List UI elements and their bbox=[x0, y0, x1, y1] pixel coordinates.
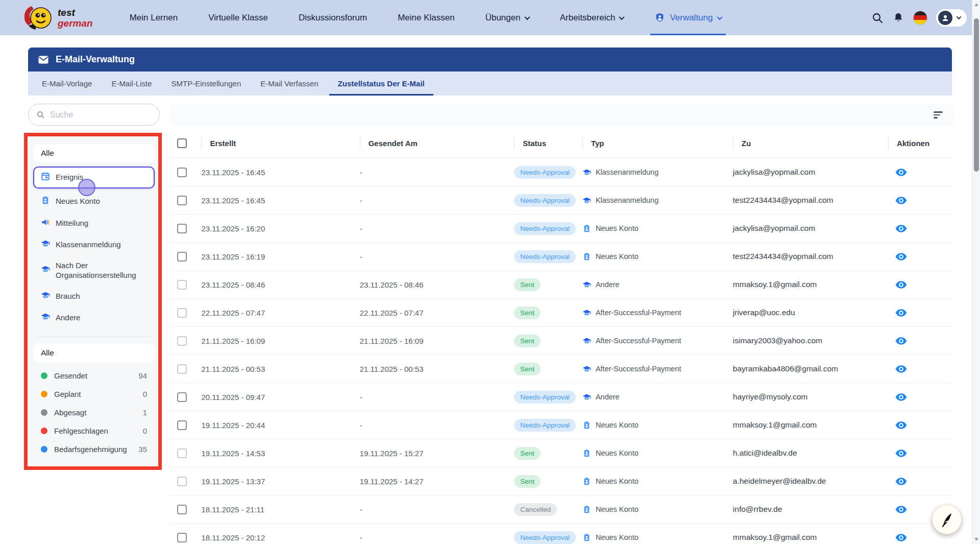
column-header-erstellt[interactable]: Erstellt bbox=[201, 137, 359, 149]
status-filter-item[interactable]: Gesendet 94 bbox=[33, 366, 155, 385]
status-badge: Sent bbox=[514, 363, 541, 375]
email-type-label: After-Successful-Payment bbox=[596, 309, 681, 317]
type-filter-item[interactable]: Ereignis bbox=[33, 167, 155, 188]
recipient-email: jriverap@uoc.edu bbox=[733, 308, 795, 317]
view-email-button[interactable] bbox=[895, 251, 907, 263]
type-filter-label: Mitteilung bbox=[56, 219, 88, 228]
nav-menu-item[interactable]: Verwaltung bbox=[654, 0, 721, 35]
status-badge: Needs-Approval bbox=[514, 391, 576, 404]
row-checkbox[interactable] bbox=[177, 505, 187, 514]
row-checkbox[interactable] bbox=[177, 224, 187, 233]
row-checkbox[interactable] bbox=[177, 252, 187, 262]
view-email-button[interactable] bbox=[895, 447, 907, 459]
search-icon[interactable] bbox=[871, 12, 884, 24]
chevron-down-icon bbox=[524, 14, 530, 19]
row-checkbox[interactable] bbox=[177, 364, 187, 374]
status-filter-label: Abgesagt bbox=[54, 408, 86, 417]
column-header-gesendet-am[interactable]: Gesendet Am bbox=[360, 137, 514, 149]
row-checkbox[interactable] bbox=[177, 308, 187, 318]
tab[interactable]: SMTP-Einstellungen bbox=[162, 72, 251, 96]
page-scrollbar[interactable] bbox=[972, 0, 980, 544]
view-email-button[interactable] bbox=[895, 335, 907, 347]
language-german-flag-icon[interactable] bbox=[913, 11, 927, 25]
row-checkbox[interactable] bbox=[177, 477, 187, 486]
status-filter-item[interactable]: Fehlgeschlagen 0 bbox=[33, 421, 155, 440]
type-filter-icon bbox=[41, 312, 50, 324]
status-section-header[interactable]: Alle bbox=[33, 344, 155, 362]
nav-menu-item[interactable]: Arbeitsbereich bbox=[560, 0, 624, 35]
type-filter-label: Brauch bbox=[56, 292, 80, 301]
tab[interactable]: E-Mail-Liste bbox=[102, 72, 161, 96]
status-filter-item[interactable]: Abgesagt 1 bbox=[33, 403, 155, 421]
status-filter-item[interactable]: Bedarfsgenehmigung 35 bbox=[33, 440, 155, 458]
app-logo[interactable]: test german bbox=[24, 0, 93, 35]
tab[interactable]: Zustellstatus Der E-Mail bbox=[328, 72, 434, 96]
type-filter-item[interactable]: Andere bbox=[33, 307, 155, 329]
select-all-checkbox[interactable] bbox=[177, 138, 187, 148]
email-type-icon bbox=[582, 505, 591, 514]
view-email-button[interactable] bbox=[895, 167, 907, 178]
type-filter-item[interactable]: Mitteilung bbox=[33, 212, 155, 234]
table-row: 23.11.2025 - 16:19 - Needs-Approval Neue… bbox=[170, 242, 954, 270]
nav-menu-item-label: Virtuelle Klasse bbox=[208, 13, 268, 23]
recipient-email: a.heidelmeyer@idealbv.de bbox=[733, 477, 826, 486]
type-section-header[interactable]: Alle bbox=[33, 144, 155, 162]
view-email-button[interactable] bbox=[895, 532, 907, 543]
view-email-button[interactable] bbox=[895, 279, 907, 291]
view-email-button[interactable] bbox=[895, 195, 907, 206]
row-checkbox[interactable] bbox=[177, 533, 187, 542]
view-email-button[interactable] bbox=[895, 391, 907, 403]
table-row: 18.11.2025 - 20:12 - Needs-Approval Neue… bbox=[170, 523, 954, 544]
type-filter-item[interactable]: Nach Der Organisationserstellung bbox=[33, 256, 155, 286]
row-checkbox[interactable] bbox=[177, 392, 187, 402]
status-color-dot bbox=[41, 446, 47, 453]
view-email-button[interactable] bbox=[895, 223, 907, 234]
search-box[interactable] bbox=[28, 104, 160, 126]
view-email-button[interactable] bbox=[895, 307, 907, 319]
nav-menu-item[interactable]: Übungen bbox=[485, 0, 529, 35]
scrollbar-thumb[interactable] bbox=[974, 18, 979, 172]
type-filter-item[interactable]: Klassenanmeldung bbox=[33, 234, 155, 256]
column-header-typ[interactable]: Typ bbox=[582, 137, 733, 149]
view-email-button[interactable] bbox=[895, 419, 907, 431]
nav-menu-item[interactable]: Meine Klassen bbox=[398, 0, 455, 35]
nav-menu-item[interactable]: Diskussionsforum bbox=[299, 0, 367, 35]
search-input[interactable] bbox=[50, 110, 152, 120]
row-checkbox[interactable] bbox=[177, 196, 187, 205]
view-email-button[interactable] bbox=[895, 363, 907, 375]
nav-menu-item-label: Arbeitsbereich bbox=[560, 13, 616, 23]
column-header-zu[interactable]: Zu bbox=[733, 137, 888, 149]
nav-menu-item[interactable]: Mein Lernen bbox=[130, 0, 178, 35]
tab[interactable]: E-Mail Verfassen bbox=[251, 72, 328, 96]
type-filter-item[interactable]: Neues Konto bbox=[33, 191, 155, 212]
type-filter-item[interactable]: Brauch bbox=[33, 286, 155, 308]
row-checkbox[interactable] bbox=[177, 448, 187, 458]
nav-menu-item-label: Diskussionsforum bbox=[299, 13, 367, 23]
row-checkbox[interactable] bbox=[177, 280, 187, 290]
nav-menu-item[interactable]: Virtuelle Klasse bbox=[208, 0, 268, 35]
column-header-aktionen[interactable]: Aktionen bbox=[888, 137, 954, 149]
floating-widget-button[interactable] bbox=[932, 505, 962, 534]
scrollbar-up-arrow[interactable] bbox=[974, 3, 978, 6]
scrollbar-down-arrow[interactable] bbox=[974, 538, 978, 541]
column-header-status[interactable]: Status bbox=[514, 137, 582, 149]
email-type-icon bbox=[582, 336, 591, 345]
row-checkbox[interactable] bbox=[177, 336, 187, 346]
status-badge: Needs-Approval bbox=[514, 250, 576, 263]
row-checkbox[interactable] bbox=[177, 168, 187, 177]
notifications-bell-icon[interactable] bbox=[892, 12, 904, 24]
sent-date: - bbox=[360, 168, 362, 177]
email-type-label: Andere bbox=[596, 393, 620, 401]
tab[interactable]: E-Mail-Vorlage bbox=[32, 72, 102, 96]
status-filter-item[interactable]: Geplant 0 bbox=[33, 385, 155, 403]
sent-date: 21.11.2025 - 00:53 bbox=[360, 365, 424, 373]
view-email-button[interactable] bbox=[895, 504, 907, 515]
user-menu[interactable] bbox=[936, 9, 967, 27]
sort-icon[interactable] bbox=[934, 111, 943, 119]
envelope-icon bbox=[37, 54, 50, 66]
status-color-dot bbox=[41, 409, 47, 416]
page-title: E-Mail-Verwaltung bbox=[56, 54, 135, 65]
row-checkbox[interactable] bbox=[177, 420, 187, 430]
status-badge: Sent bbox=[514, 447, 541, 460]
view-email-button[interactable] bbox=[895, 476, 907, 487]
